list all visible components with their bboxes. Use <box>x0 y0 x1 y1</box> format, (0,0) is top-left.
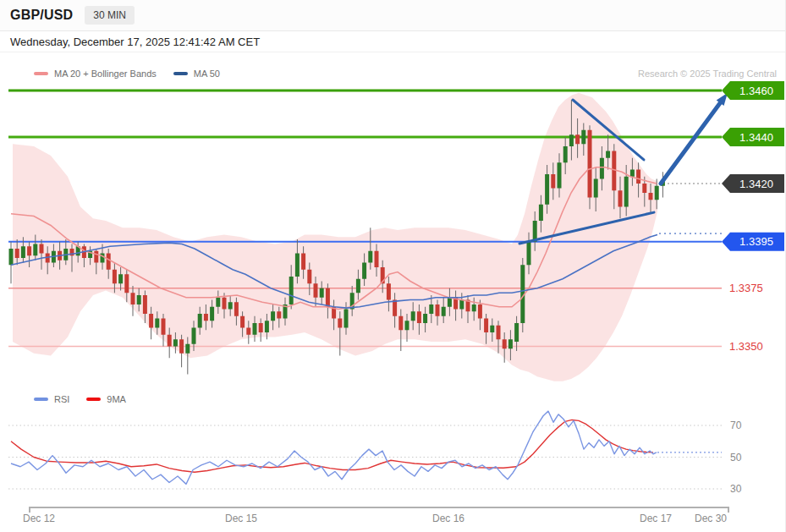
candle-up <box>606 151 610 158</box>
candle-up <box>198 314 202 328</box>
candle-down <box>131 293 135 304</box>
candle-down <box>162 319 166 335</box>
candle-up <box>545 174 549 205</box>
candle-up <box>344 310 349 328</box>
candle-up <box>655 186 659 200</box>
x-axis-label-Dec-30: Dec 30 <box>695 513 727 524</box>
chart-widget: GBP/USD 30 MIN Wednesday, December 17, 2… <box>0 0 786 532</box>
candle-down <box>27 246 31 255</box>
rsi-axis-label: 50 <box>730 452 742 463</box>
x-axis-line <box>30 507 728 513</box>
candle-up <box>514 323 519 342</box>
candle-up <box>368 251 372 263</box>
candle-up <box>33 244 37 256</box>
candle-down <box>240 316 245 328</box>
candle-down <box>246 328 250 335</box>
candle-down <box>618 190 623 206</box>
candle-up <box>624 177 629 207</box>
candle-down <box>124 274 129 293</box>
candle-down <box>338 319 342 328</box>
candle-down <box>575 134 580 144</box>
candle-down <box>588 130 592 198</box>
x-axis-label-Dec-16: Dec 16 <box>432 513 464 524</box>
candle-down <box>642 184 646 193</box>
candle-down <box>417 311 421 323</box>
candle-up <box>569 134 574 146</box>
candle-up <box>356 279 360 293</box>
candle-down <box>478 304 482 319</box>
candle-up <box>210 307 214 321</box>
candle-down <box>307 270 311 284</box>
candle-down <box>40 244 44 254</box>
candle-up <box>405 321 409 330</box>
x-axis-label-Dec-17: Dec 17 <box>640 513 672 524</box>
candle-up <box>600 158 604 179</box>
candle-up <box>581 130 585 145</box>
candle-up <box>137 295 141 304</box>
candle-down <box>94 251 98 263</box>
candle-up <box>539 205 543 221</box>
candle-down <box>436 304 440 316</box>
candle-down <box>551 174 555 189</box>
candle-up <box>490 326 494 332</box>
candle-down <box>259 323 263 332</box>
candle-up <box>271 311 275 321</box>
candle-up <box>173 339 178 346</box>
candle-up <box>9 249 14 265</box>
candle-up <box>228 302 233 309</box>
candle-down <box>204 314 208 321</box>
candle-up <box>21 246 25 258</box>
candle-down <box>636 170 640 184</box>
candle-down <box>301 254 305 270</box>
candle-down <box>649 193 653 200</box>
candle-up <box>216 298 220 307</box>
price-badge-label: 1.3440 <box>739 131 773 144</box>
candle-up <box>630 170 635 177</box>
candle-up <box>423 314 427 323</box>
candle-down <box>15 249 19 258</box>
candle-up <box>429 304 433 314</box>
rsi-series-RSI <box>11 411 657 484</box>
forecast-arrow-shaft <box>661 103 720 184</box>
candle-up <box>448 298 452 307</box>
candle-up <box>155 319 159 328</box>
candle-down <box>113 270 117 284</box>
candle-up <box>320 288 324 298</box>
candle-up <box>289 277 294 304</box>
candle-down <box>143 295 147 314</box>
price-badge-label: 1.3420 <box>739 178 773 190</box>
candle-up <box>265 321 269 332</box>
candle-up <box>295 254 300 277</box>
candle-up <box>594 179 598 198</box>
candle-up <box>192 328 196 344</box>
candle-up <box>362 263 366 279</box>
candle-up <box>558 162 562 188</box>
candle-down <box>484 319 488 333</box>
x-axis-label-Dec-15: Dec 15 <box>225 513 257 524</box>
candle-down <box>393 300 397 316</box>
candle-down <box>375 251 379 267</box>
candle-down <box>503 339 507 348</box>
candle-up <box>527 242 531 266</box>
price-badge-label: 1.3460 <box>739 85 773 97</box>
candle-up <box>459 300 464 310</box>
candle-down <box>168 335 172 347</box>
candle-down <box>223 298 227 310</box>
candle-up <box>442 307 446 316</box>
candle-up <box>563 146 568 162</box>
candle-up <box>118 274 123 283</box>
candle-up <box>411 311 415 321</box>
price-level-label: 1.3375 <box>729 282 763 294</box>
candle-up <box>508 339 513 348</box>
x-axis-label-Dec-12: Dec 12 <box>23 513 55 524</box>
candle-up <box>101 254 105 263</box>
candle-down <box>107 254 111 270</box>
candle-up <box>253 323 257 335</box>
rsi-axis-label: 30 <box>730 483 742 495</box>
price-rsi-chart: 1.34601.34401.34201.33951.33751.33507050… <box>0 0 786 532</box>
rsi-axis-label: 70 <box>730 420 742 431</box>
candle-down <box>234 302 239 316</box>
candle-down <box>497 326 501 340</box>
candle-down <box>179 339 184 354</box>
candle-down <box>387 283 391 299</box>
